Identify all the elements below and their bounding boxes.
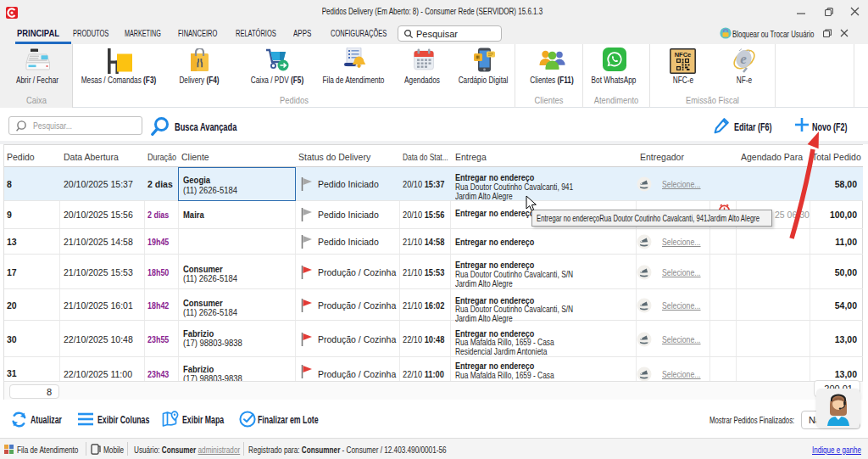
svg-text:NFCe: NFCe — [675, 51, 692, 59]
svg-text:e: e — [740, 51, 747, 67]
